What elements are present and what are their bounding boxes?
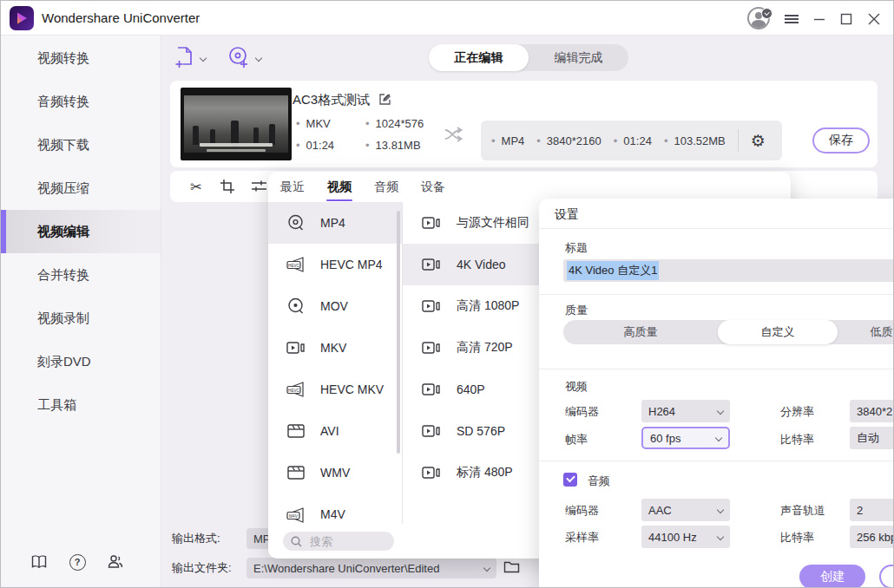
- format-item-wmv[interactable]: WMV: [268, 452, 402, 493]
- uniconverter-window: { "window": { "title": "Wondershare UniC…: [0, 0, 894, 588]
- help-glyph: ?: [75, 557, 81, 567]
- format-item-hevc-mp4[interactable]: HEVC HEVC MP4: [268, 244, 402, 285]
- guide-book-icon[interactable]: [30, 552, 49, 572]
- video-camera-icon: [422, 423, 441, 439]
- format-label: MOV: [320, 299, 348, 313]
- svg-text:HEVC: HEVC: [288, 389, 299, 393]
- confirm-button[interactable]: [879, 565, 894, 588]
- crop-icon[interactable]: [217, 171, 238, 202]
- sidebar-item-audio-convert[interactable]: 音频转换: [1, 80, 161, 123]
- format-popup-tabs: 最近 视频 音频 设备: [268, 172, 445, 202]
- source-info: MKV 1024*576 01:24 13.81MB: [296, 117, 424, 152]
- open-folder-icon[interactable]: [503, 560, 520, 574]
- output-settings-gear-icon[interactable]: ⚙: [751, 133, 766, 149]
- tab-audio[interactable]: 音频: [374, 172, 398, 202]
- output-duration: 01:24: [614, 134, 652, 147]
- chevron-down-icon: [717, 506, 724, 513]
- create-button[interactable]: 创建: [799, 565, 865, 588]
- output-size: 103.52MB: [664, 134, 726, 147]
- audio-bitrate-label: 比特率: [780, 530, 814, 546]
- settings-title: 设置: [555, 207, 579, 223]
- convert-arrow-icon: [444, 126, 467, 143]
- quality-custom-button[interactable]: 自定义: [718, 320, 838, 344]
- chevron-down-icon: [255, 54, 262, 61]
- format-item-m4v[interactable]: M4V M4V: [268, 493, 402, 535]
- resolution-label: 与源文件相同: [457, 215, 529, 231]
- format-list-scrollbar[interactable]: [397, 211, 400, 454]
- audio-encoder-label: 编码器: [565, 503, 599, 519]
- output-resolution: 3840*2160: [536, 134, 601, 147]
- sidebar-item-burn-dvd[interactable]: 刻录DVD: [1, 340, 161, 383]
- resolution-setting-label: 分辨率: [780, 404, 814, 420]
- svg-text:M4V: M4V: [289, 514, 299, 519]
- sidebar-item-merge-convert[interactable]: 合并转换: [1, 253, 161, 297]
- resolution-label: 标清 480P: [457, 465, 513, 480]
- tab-edit-done[interactable]: 编辑完成: [529, 44, 628, 71]
- add-file-button[interactable]: [174, 46, 206, 69]
- framerate-label: 帧率: [565, 432, 588, 448]
- output-folder-select[interactable]: E:\Wondershare UniConverter\Edited: [247, 558, 496, 578]
- sidebar-footer: ?: [1, 552, 161, 577]
- video-thumbnail[interactable]: [181, 88, 292, 160]
- format-item-mp4[interactable]: MP4: [268, 202, 402, 244]
- titlebar: Wondershare UniConverter: [1, 1, 894, 36]
- file-card: AC3格式测试 MKV 1024*576 01:24 13.81MB MP4 3…: [170, 81, 878, 167]
- sidebar-item-video-edit[interactable]: 视频编辑: [1, 210, 161, 253]
- tab-video[interactable]: 视频: [327, 172, 352, 202]
- trim-scissors-icon[interactable]: ✂: [186, 171, 207, 202]
- search-icon: [291, 536, 302, 547]
- format-list: MP4 HEVC HEVC MP4 MOV MKV: [268, 202, 402, 535]
- format-item-avi[interactable]: AVI: [268, 410, 402, 452]
- resolution-label: SD 576P: [457, 424, 505, 438]
- help-icon[interactable]: ?: [68, 552, 87, 572]
- sidebar-item-video-convert[interactable]: 视频转换: [1, 36, 161, 80]
- share-contacts-icon[interactable]: [106, 552, 125, 572]
- audio-checkbox[interactable]: [563, 473, 577, 487]
- account-status-badge: [761, 8, 772, 19]
- format-search-box[interactable]: [283, 532, 394, 551]
- format-item-mov[interactable]: MOV: [268, 285, 402, 327]
- clapperboard-icon: [286, 423, 306, 439]
- audio-section-label: 音频: [588, 474, 610, 489]
- menu-icon[interactable]: [780, 8, 803, 30]
- audio-bitrate-value-field[interactable]: 256 kbps: [850, 526, 894, 548]
- samplerate-select[interactable]: 44100 Hz: [641, 526, 730, 548]
- tab-editing[interactable]: 正在编辑: [429, 44, 529, 71]
- name-label: 标题: [565, 240, 588, 256]
- bitrate-value-field[interactable]: 自动: [850, 427, 894, 449]
- source-resolution: 1024*576: [365, 117, 424, 130]
- sidebar-item-toolbox[interactable]: 工具箱: [1, 383, 161, 427]
- rename-icon[interactable]: [378, 93, 391, 106]
- title-input[interactable]: 4K Video 自定义1: [563, 259, 894, 282]
- channels-value-field[interactable]: 2: [850, 499, 894, 521]
- chevron-down-icon: [483, 565, 490, 572]
- video-camera-icon: [422, 215, 441, 231]
- format-item-mkv[interactable]: MKV: [268, 327, 402, 369]
- tab-recent[interactable]: 最近: [280, 172, 305, 202]
- format-item-hevc-mkv[interactable]: HEVC HEVC MKV: [268, 369, 402, 410]
- maximize-button[interactable]: [835, 8, 858, 30]
- encoder-select[interactable]: H264: [641, 400, 730, 422]
- close-button[interactable]: [863, 8, 885, 30]
- sidebar-item-video-compress[interactable]: 视频压缩: [1, 167, 161, 210]
- chevron-down-icon: [715, 434, 722, 441]
- sidebar: 视频转换 音频转换 视频下载 视频压缩 视频编辑 合并转换 视频录制 刻录DVD…: [1, 36, 161, 588]
- sidebar-item-video-download[interactable]: 视频下载: [1, 123, 161, 167]
- channels-label: 声音轨道: [780, 503, 825, 519]
- resolution-label: 高清 720P: [457, 340, 513, 356]
- framerate-select[interactable]: 60 fps: [641, 427, 730, 449]
- tab-device[interactable]: 设备: [421, 172, 445, 202]
- effects-sliders-icon[interactable]: [248, 171, 269, 202]
- quality-low-button[interactable]: 低质量: [838, 320, 894, 344]
- save-button[interactable]: 保存: [812, 127, 870, 154]
- audio-encoder-select[interactable]: AAC: [641, 499, 730, 521]
- samplerate-label: 采样率: [565, 530, 599, 546]
- search-input[interactable]: [308, 534, 381, 549]
- file-title: AC3格式测试: [293, 92, 370, 108]
- disc-dot-icon: [286, 297, 306, 316]
- quality-high-button[interactable]: 高质量: [563, 320, 718, 344]
- resolution-value-field[interactable]: 3840*2160: [850, 400, 894, 422]
- sidebar-item-screen-record[interactable]: 视频录制: [1, 297, 161, 340]
- minimize-button[interactable]: [808, 8, 831, 30]
- add-dvd-button[interactable]: [227, 46, 261, 69]
